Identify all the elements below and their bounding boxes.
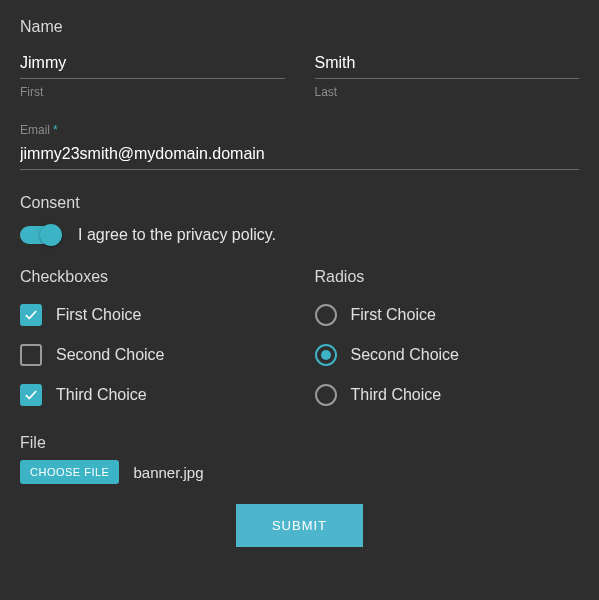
radios-label: Radios: [315, 268, 580, 286]
file-section: File CHOOSE FILE banner.jpg: [20, 434, 579, 484]
checkbox-icon: [20, 304, 42, 326]
checkbox-option-label: First Choice: [56, 306, 141, 324]
radios-section: Radios First Choice Second Choice Third …: [315, 268, 580, 424]
name-label: Name: [20, 18, 579, 36]
radio-option[interactable]: Third Choice: [315, 384, 580, 406]
chosen-filename: banner.jpg: [133, 464, 203, 481]
consent-label: Consent: [20, 194, 579, 212]
checkboxes-section: Checkboxes First Choice Second Choice Th…: [20, 268, 285, 424]
radio-option-label: First Choice: [351, 306, 436, 324]
consent-section: Consent I agree to the privacy policy.: [20, 194, 579, 244]
first-name-sublabel: First: [20, 85, 285, 99]
radio-icon: [315, 344, 337, 366]
checkbox-option[interactable]: Third Choice: [20, 384, 285, 406]
first-name-input[interactable]: [20, 50, 285, 79]
choose-file-button[interactable]: CHOOSE FILE: [20, 460, 119, 484]
email-section: Email*: [20, 123, 579, 170]
last-name-sublabel: Last: [315, 85, 580, 99]
checkbox-option-label: Third Choice: [56, 386, 147, 404]
checkbox-option[interactable]: First Choice: [20, 304, 285, 326]
name-section: Name First Last: [20, 18, 579, 99]
last-name-input[interactable]: [315, 50, 580, 79]
radio-icon: [315, 304, 337, 326]
checkbox-option-label: Second Choice: [56, 346, 165, 364]
required-asterisk: *: [53, 123, 58, 137]
radio-option[interactable]: Second Choice: [315, 344, 580, 366]
consent-toggle[interactable]: [20, 226, 60, 244]
checkbox-icon: [20, 384, 42, 406]
file-label: File: [20, 434, 579, 452]
radio-option[interactable]: First Choice: [315, 304, 580, 326]
consent-text: I agree to the privacy policy.: [78, 226, 276, 244]
radio-option-label: Second Choice: [351, 346, 460, 364]
radio-option-label: Third Choice: [351, 386, 442, 404]
email-input[interactable]: [20, 141, 579, 170]
checkbox-option[interactable]: Second Choice: [20, 344, 285, 366]
radio-icon: [315, 384, 337, 406]
submit-button[interactable]: SUBMIT: [236, 504, 363, 547]
checkbox-icon: [20, 344, 42, 366]
email-label: Email*: [20, 123, 579, 137]
checkboxes-label: Checkboxes: [20, 268, 285, 286]
